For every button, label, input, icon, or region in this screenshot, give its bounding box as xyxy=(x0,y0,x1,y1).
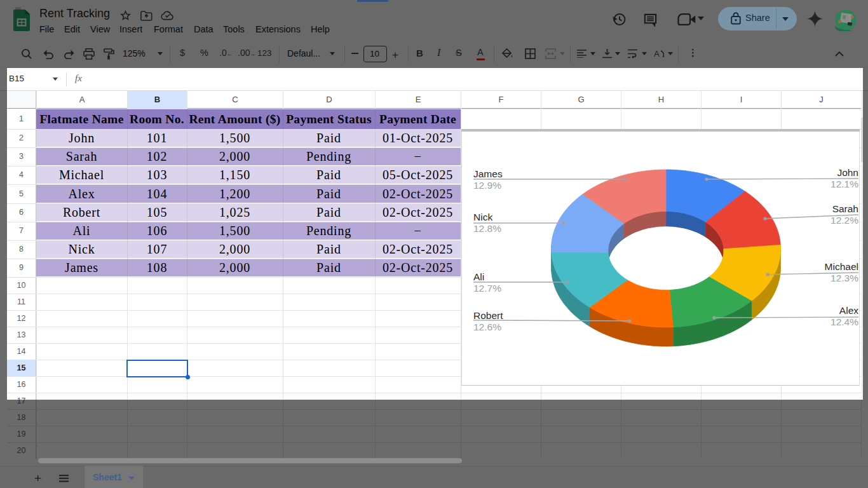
svg-text:12.8%: 12.8% xyxy=(473,223,501,234)
svg-text:12.3%: 12.3% xyxy=(831,273,858,283)
svg-text:Alex: Alex xyxy=(839,305,858,316)
svg-text:12.2%: 12.2% xyxy=(831,215,858,226)
svg-text:John: John xyxy=(837,167,858,178)
svg-text:12.9%: 12.9% xyxy=(473,180,501,191)
svg-text:12.6%: 12.6% xyxy=(473,322,501,332)
svg-text:Robert: Robert xyxy=(473,310,503,321)
svg-text:12.1%: 12.1% xyxy=(831,179,858,189)
svg-text:12.4%: 12.4% xyxy=(831,316,858,327)
svg-text:Sarah: Sarah xyxy=(832,203,858,214)
svg-text:Nick: Nick xyxy=(473,212,492,222)
svg-text:James: James xyxy=(473,168,503,179)
svg-text:Ali: Ali xyxy=(473,271,484,282)
svg-text:Michael: Michael xyxy=(825,261,858,272)
svg-text:12.7%: 12.7% xyxy=(473,283,501,294)
